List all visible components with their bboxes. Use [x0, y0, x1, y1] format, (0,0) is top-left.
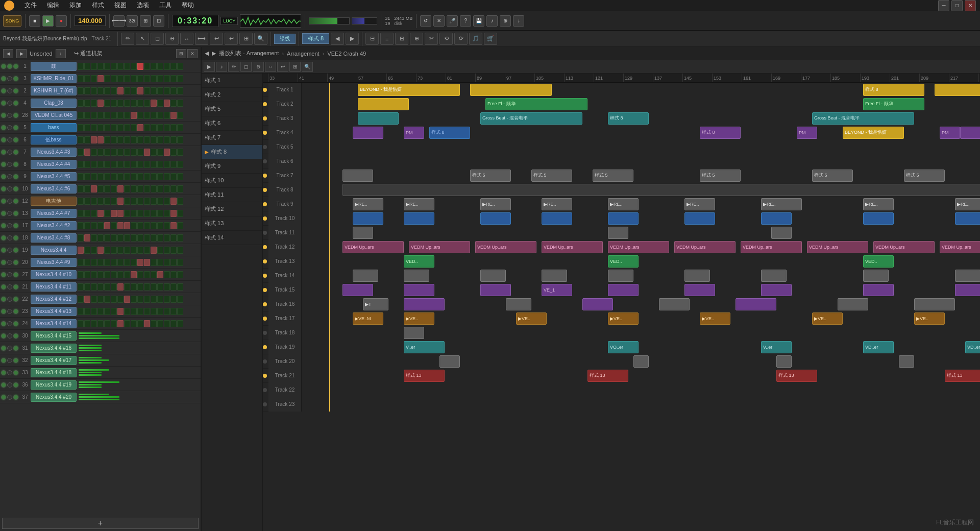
channel-pad[interactable]: [104, 112, 110, 119]
channel-light[interactable]: [7, 284, 12, 289]
channel-light[interactable]: [1, 162, 6, 167]
channel-pad[interactable]: [124, 296, 130, 303]
clip-block[interactable]: [771, 227, 792, 239]
clip-block[interactable]: V..er: [761, 341, 792, 353]
channel-light[interactable]: [1, 125, 6, 130]
channel-row[interactable]: 18Nexus3.4.4 #8: [0, 232, 201, 244]
channel-light[interactable]: [1, 248, 6, 253]
channel-pad[interactable]: [164, 222, 170, 229]
rack-sort-btn[interactable]: ↓: [56, 49, 66, 58]
channel-light[interactable]: [1, 186, 6, 191]
clip-block[interactable]: ▶VE..: [700, 312, 730, 325]
channel-pad[interactable]: [78, 124, 84, 131]
channel-pad[interactable]: [170, 259, 177, 266]
channel-pad[interactable]: [170, 100, 177, 107]
channel-pad[interactable]: [104, 149, 110, 156]
channel-pad[interactable]: [144, 173, 150, 180]
tb2-draw-btn[interactable]: ✏: [121, 33, 134, 45]
pattern-item[interactable]: ▶样式 8: [202, 145, 262, 159]
track-content[interactable]: Free Fl - 顾华Free Fl - 顾华: [302, 97, 980, 111]
channel-pad[interactable]: [117, 222, 124, 229]
clip-block[interactable]: [761, 284, 792, 296]
channel-pad[interactable]: [177, 87, 183, 94]
channel-pad[interactable]: [137, 320, 143, 327]
channel-pad[interactable]: [84, 63, 90, 70]
clip-block[interactable]: 样式 5: [700, 170, 741, 182]
track-content[interactable]: VEDM Up..arsVEDM Up..arsVEDM Up..arsVEDM…: [302, 240, 980, 254]
tb2-btn4[interactable]: ✂: [425, 33, 438, 45]
channel-pad[interactable]: [151, 136, 157, 143]
channel-light[interactable]: [1, 382, 6, 388]
channel-light[interactable]: [7, 370, 12, 375]
export-btn[interactable]: ↓: [513, 15, 524, 27]
channel-pad[interactable]: [104, 259, 110, 266]
clip-block[interactable]: ▶RE..: [480, 198, 511, 210]
channel-pad[interactable]: [84, 320, 90, 327]
clip-block[interactable]: [863, 270, 889, 282]
menu-options[interactable]: 选项: [135, 1, 151, 10]
channel-pad[interactable]: [117, 271, 124, 278]
channel-light[interactable]: [13, 113, 18, 118]
clip-block[interactable]: [358, 98, 409, 110]
master-pitch[interactable]: [352, 17, 377, 25]
channel-pad[interactable]: [124, 112, 130, 119]
channel-pad[interactable]: [144, 63, 150, 70]
channel-pad[interactable]: [170, 247, 177, 254]
channel-pad[interactable]: [137, 100, 143, 107]
channel-pad[interactable]: [78, 222, 84, 229]
channel-pad[interactable]: [151, 87, 157, 94]
channel-pad[interactable]: [78, 198, 84, 205]
clip-block[interactable]: ▶RE..: [863, 198, 894, 210]
clip-block[interactable]: [899, 355, 914, 368]
channel-light[interactable]: [13, 88, 18, 93]
minimize-btn[interactable]: ─: [938, 0, 949, 11]
channel-pad[interactable]: [177, 124, 183, 131]
channel-pad[interactable]: [111, 296, 117, 303]
clip-block[interactable]: 样式 8: [863, 84, 924, 96]
channel-pad[interactable]: [157, 124, 163, 131]
track-content[interactable]: [302, 383, 980, 397]
channel-pad[interactable]: [78, 63, 84, 70]
pattern-item[interactable]: 样式 11: [202, 188, 262, 202]
menu-style[interactable]: 样式: [90, 1, 106, 10]
channel-pad[interactable]: [157, 112, 163, 119]
tb2-slip-btn[interactable]: ↔: [180, 33, 193, 45]
channel-pad[interactable]: [104, 161, 110, 168]
clip-block[interactable]: VEDM Up..ars: [873, 241, 935, 253]
channel-pad[interactable]: [111, 112, 117, 119]
channel-pad[interactable]: [111, 100, 117, 107]
channel-pad[interactable]: [157, 161, 163, 168]
channel-pad[interactable]: [177, 100, 183, 107]
channel-pad[interactable]: [177, 271, 183, 278]
clip-block[interactable]: 样式 8: [429, 127, 470, 139]
channel-pad[interactable]: [124, 283, 130, 291]
channel-light[interactable]: [13, 395, 18, 400]
track-content[interactable]: [302, 226, 980, 240]
track-content[interactable]: V..erVO..erV..erVD..erVD..erV..er: [302, 340, 980, 354]
channel-pad[interactable]: [164, 173, 170, 180]
track-content[interactable]: [302, 183, 980, 197]
channel-name[interactable]: Nexus3.4.4 #17: [31, 356, 77, 365]
channel-pad[interactable]: [104, 234, 110, 242]
channel-pad[interactable]: [97, 198, 104, 205]
pl-erase-btn[interactable]: ◻: [240, 62, 252, 72]
channel-pad[interactable]: [78, 283, 84, 291]
channel-pad[interactable]: [151, 149, 157, 156]
channel-pad[interactable]: [131, 173, 137, 180]
channel-name[interactable]: 鼓: [31, 62, 77, 71]
clip-block[interactable]: [776, 355, 792, 368]
channel-row[interactable]: 10Nexus3.4.4 #6: [0, 183, 201, 195]
channel-pad[interactable]: [151, 210, 157, 217]
channel-light[interactable]: [7, 382, 12, 388]
channel-pad[interactable]: [157, 222, 163, 229]
channel-pad[interactable]: [111, 320, 117, 327]
clip-block[interactable]: BEYOND - 我是惜妍: [358, 84, 460, 96]
channel-pad[interactable]: [157, 136, 163, 143]
channel-pad[interactable]: [170, 198, 177, 205]
channel-pad[interactable]: [177, 161, 183, 168]
channel-pad[interactable]: [78, 100, 84, 107]
clip-block[interactable]: VEDM Up..ars: [741, 241, 802, 253]
channel-name[interactable]: Nexus3.4.4 #18: [31, 368, 77, 377]
mute-btn[interactable]: ✕: [433, 15, 445, 27]
tool-btn1[interactable]: ⊞: [140, 15, 151, 27]
